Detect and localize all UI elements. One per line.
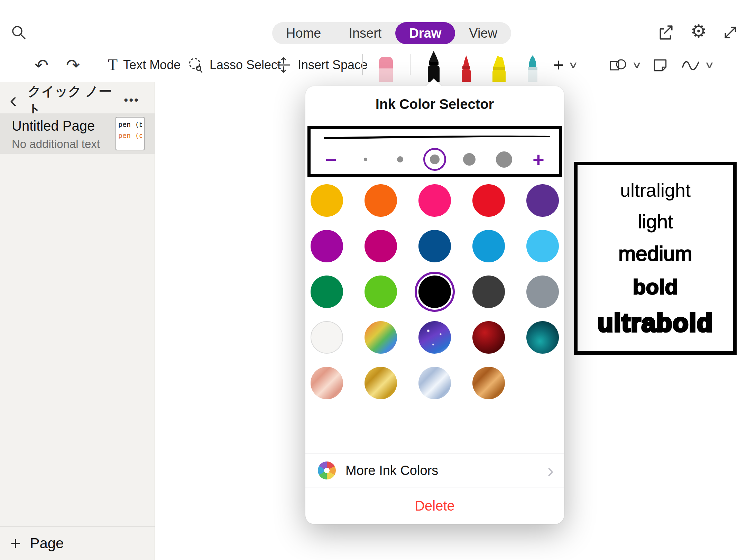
ink-color-white[interactable]	[311, 321, 343, 354]
tab-view[interactable]: View	[455, 22, 511, 44]
insert-space-button[interactable]: Insert Space	[275, 48, 368, 82]
ink-color-light-green[interactable]	[365, 276, 397, 308]
insert-space-icon	[275, 56, 292, 74]
yellow-highlighter-tool[interactable]	[488, 54, 510, 82]
chevron-down-icon: ∨	[631, 59, 642, 70]
color-wheel-icon	[318, 461, 336, 479]
page-title: Untitled Page	[12, 118, 95, 134]
insert-space-label: Insert Space	[298, 58, 368, 72]
page-list-item-untitled[interactable]: Untitled Page No additional text pen (bl…	[0, 113, 155, 154]
ribbon-tabs: HomeInsertDrawView	[272, 22, 511, 44]
stroke-size-5[interactable]	[492, 148, 515, 171]
ink-color-gold[interactable]	[311, 184, 343, 217]
size-dot	[397, 156, 403, 162]
stroke-size-4[interactable]	[458, 148, 481, 171]
page-list-sidebar: ‹ クイック ノート ••• Untitled Page No addition…	[0, 82, 155, 560]
more-ink-colors-label: More Ink Colors	[345, 463, 547, 478]
text-mode-button[interactable]: T Text Mode	[108, 48, 181, 82]
ink-effects-button[interactable]: ∨	[681, 48, 713, 82]
ink-color-dark-purple[interactable]	[526, 184, 559, 217]
handwriting-line-ultrabold: ultrabold	[598, 310, 713, 336]
tab-draw[interactable]: Draw	[395, 22, 455, 44]
ink-color-red[interactable]	[472, 184, 505, 217]
handwriting-line-bold: bold	[633, 276, 678, 298]
popup-title: Ink Color Selector	[305, 96, 564, 112]
chevron-right-icon: ›	[547, 461, 554, 480]
ink-color-magenta[interactable]	[365, 230, 397, 262]
fullscreen-expand-icon[interactable]	[721, 23, 740, 42]
ink-color-green[interactable]	[311, 276, 343, 308]
plus-icon: +	[553, 55, 564, 75]
decrease-size-button[interactable]: −	[320, 148, 342, 171]
text-mode-icon: T	[108, 56, 118, 74]
handwriting-line-light: light	[638, 212, 673, 231]
black-pen-tool-selected[interactable]	[423, 50, 445, 82]
plus-icon: +	[10, 533, 21, 554]
ink-color-dark-blue[interactable]	[418, 230, 451, 262]
ink-color-black[interactable]	[418, 276, 451, 308]
more-ink-colors-button[interactable]: More Ink Colors ›	[305, 454, 564, 487]
ink-color-dark-red-marble[interactable]	[472, 321, 505, 354]
size-dot	[364, 158, 367, 161]
tab-home[interactable]: Home	[272, 22, 335, 44]
redo-button[interactable]: ↷	[66, 48, 80, 82]
page-subtitle: No additional text	[12, 138, 100, 151]
settings-gear-icon[interactable]: ⚙	[689, 21, 708, 41]
draw-toolbar: ↶ ↷ T Text Mode Lasso Select Insert Spac…	[0, 48, 747, 82]
ink-color-galaxy[interactable]	[418, 321, 451, 354]
sidebar-header: ‹ クイック ノート •••	[0, 82, 155, 118]
lasso-icon	[187, 56, 204, 74]
add-page-button[interactable]: + Page	[10, 531, 64, 556]
ink-color-silver[interactable]	[418, 367, 451, 399]
yellow-highlighter-icon	[488, 54, 510, 82]
thumbnail-text-2: pen (or	[118, 131, 142, 140]
ink-color-gold-foil[interactable]	[365, 367, 397, 399]
scribble-icon	[681, 56, 700, 74]
ink-color-hot-pink[interactable]	[418, 184, 451, 217]
tab-insert[interactable]: Insert	[335, 22, 395, 44]
ink-color-light-blue[interactable]	[526, 230, 559, 262]
red-pen-icon	[455, 54, 477, 82]
stroke-size-2[interactable]	[389, 148, 412, 171]
top-header: HomeInsertDrawView ⚙	[0, 0, 747, 48]
handwriting-line-medium: medium	[618, 243, 692, 264]
ink-color-rose-gold[interactable]	[311, 367, 343, 399]
undo-button[interactable]: ↶	[35, 48, 48, 82]
back-chevron-icon[interactable]: ‹	[10, 86, 17, 114]
chevron-down-icon: ∨	[704, 59, 714, 70]
page-thumbnail: pen (bl pen (or	[116, 117, 145, 150]
increase-size-button[interactable]: +	[527, 148, 550, 171]
more-options-icon[interactable]: •••	[124, 82, 139, 118]
expand-glyph	[722, 24, 739, 41]
ink-color-bronze[interactable]	[472, 367, 505, 399]
notebook-title: クイック ノート	[28, 82, 117, 118]
red-pen-tool[interactable]	[455, 54, 477, 82]
eraser-tool[interactable]	[375, 53, 397, 82]
stroke-size-1[interactable]	[354, 148, 377, 171]
stroke-size-3[interactable]	[423, 148, 446, 171]
popup-arrow	[425, 78, 442, 87]
ink-color-rainbow-glitter[interactable]	[365, 321, 397, 354]
ink-color-gray[interactable]	[526, 276, 559, 308]
shapes-button[interactable]: ∨	[609, 48, 640, 82]
ink-note-button[interactable]	[652, 48, 669, 82]
ink-color-dark-gray[interactable]	[472, 276, 505, 308]
add-pen-button[interactable]: + ∨	[553, 48, 577, 82]
ink-color-blue[interactable]	[472, 230, 505, 262]
ink-color-teal-mineral[interactable]	[526, 321, 559, 354]
ink-color-grid	[305, 184, 564, 399]
ink-color-violet[interactable]	[311, 230, 343, 262]
ink-color-orange[interactable]	[365, 184, 397, 217]
search-icon[interactable]	[9, 23, 28, 42]
lasso-select-button[interactable]: Lasso Select	[187, 48, 281, 82]
stroke-width-panel: − +	[307, 126, 562, 177]
ink-note-icon	[652, 56, 669, 74]
text-mode-label: Text Mode	[123, 58, 181, 72]
teal-pen-tool[interactable]	[522, 54, 544, 82]
share-icon[interactable]	[656, 23, 675, 42]
toolbar-divider	[410, 54, 411, 75]
delete-pen-button[interactable]: Delete	[305, 487, 564, 524]
handwriting-weight-sample-box: ultralightlightmediumboldultrabold	[574, 162, 737, 355]
eraser-icon	[375, 53, 397, 82]
size-dot	[463, 153, 476, 166]
